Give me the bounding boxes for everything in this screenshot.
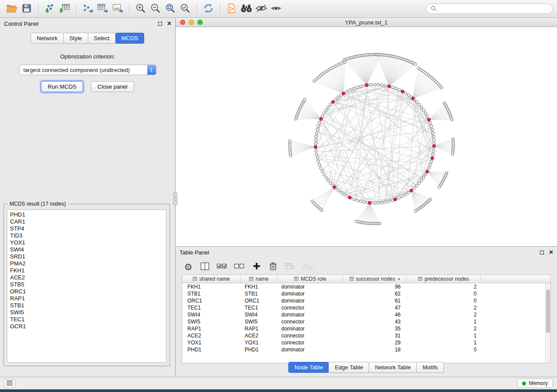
apply-layout-button[interactable] <box>201 1 216 16</box>
tab-style[interactable]: Style <box>63 33 88 44</box>
search-input[interactable] <box>439 6 548 12</box>
graph-node[interactable] <box>356 199 358 202</box>
tab-network-table[interactable]: Network Table <box>369 362 417 373</box>
graph-node[interactable] <box>323 173 325 176</box>
table-row[interactable]: ORC1ORC1dominator610 <box>182 297 545 304</box>
graph-node[interactable] <box>420 106 423 109</box>
graph-node[interactable] <box>288 140 291 142</box>
status-menu-button[interactable] <box>4 379 15 388</box>
graph-node[interactable] <box>359 85 362 88</box>
share-document-button[interactable] <box>224 1 239 16</box>
graph-node[interactable] <box>317 160 319 163</box>
graph-node[interactable] <box>356 86 358 89</box>
tab-edge-table[interactable]: Edge Table <box>329 362 369 373</box>
graph-node[interactable] <box>346 90 349 93</box>
graph-node[interactable] <box>374 83 376 86</box>
delete-column-button[interactable] <box>268 261 278 272</box>
graph-node[interactable] <box>398 196 401 199</box>
graph-node[interactable] <box>418 103 420 106</box>
float-table-panel-icon[interactable] <box>540 251 544 254</box>
graph-node[interactable] <box>315 153 318 156</box>
graph-node[interactable] <box>377 83 380 86</box>
optimization-criterion-select[interactable]: largest connected component (undirected)… <box>19 65 156 75</box>
graph-hub-node[interactable] <box>333 186 336 189</box>
close-table-panel-icon[interactable]: × <box>549 249 553 256</box>
graph-hub-node[interactable] <box>342 92 345 95</box>
splitter-handle[interactable] <box>173 193 177 205</box>
table-row[interactable]: RAP1RAP1dominator352 <box>182 325 545 332</box>
hide-selected-button[interactable] <box>254 1 269 16</box>
import-network-button[interactable] <box>42 1 57 16</box>
graph-node[interactable] <box>430 160 432 163</box>
table-scrollbar[interactable] <box>545 283 550 363</box>
graph-node[interactable] <box>430 125 432 127</box>
graph-node[interactable] <box>353 87 355 89</box>
mcds-result-item[interactable]: PHD1 <box>7 211 166 218</box>
graph-hub-node[interactable] <box>368 201 371 204</box>
graph-node[interactable] <box>353 198 355 200</box>
graph-node[interactable] <box>414 210 416 212</box>
graph-node[interactable] <box>327 106 329 109</box>
mcds-result-item[interactable]: GCR1 <box>7 323 166 330</box>
zoom-fit-button[interactable] <box>163 1 178 16</box>
graph-hub-node[interactable] <box>410 189 413 192</box>
table-row[interactable]: TEC1TEC1connector472 <box>182 304 545 311</box>
mcds-result-item[interactable]: CAR1 <box>7 218 166 225</box>
mcds-result-item[interactable]: PMA2 <box>7 260 166 267</box>
mcds-result-item[interactable]: TID3 <box>7 232 166 239</box>
window-zoom-light[interactable] <box>197 20 203 25</box>
export-table-button[interactable] <box>95 1 110 16</box>
graph-node[interactable] <box>318 121 321 124</box>
graph-node[interactable] <box>407 191 410 194</box>
graph-node[interactable] <box>314 139 317 141</box>
graph-node[interactable] <box>325 176 327 179</box>
open-session-button[interactable] <box>4 1 19 16</box>
graph-hub-node[interactable] <box>314 145 317 148</box>
mcds-result-item[interactable]: TEC1 <box>7 316 166 323</box>
add-column-button[interactable] <box>252 261 261 272</box>
graph-hub-node[interactable] <box>365 84 368 87</box>
graph-node[interactable] <box>329 103 332 106</box>
search-network-button[interactable] <box>239 1 254 16</box>
column-header-mcds-role[interactable]: MCDS role <box>277 275 343 283</box>
graph-node[interactable] <box>337 189 339 192</box>
graph-hub-node[interactable] <box>348 196 351 199</box>
graph-hub-node[interactable] <box>427 118 430 121</box>
mcds-result-item[interactable]: SWI4 <box>7 246 166 253</box>
graph-hub-node[interactable] <box>319 117 322 120</box>
graph-node[interactable] <box>314 142 317 145</box>
graph-node[interactable] <box>381 201 383 204</box>
graph-node[interactable] <box>413 187 415 189</box>
export-image-button[interactable] <box>110 1 125 16</box>
column-header-successor-nodes[interactable]: successor nodes ▼ <box>343 275 407 283</box>
tab-network[interactable]: Network <box>31 33 64 44</box>
table-row[interactable]: STB1STB1dominator620 <box>182 290 545 297</box>
graph-node[interactable] <box>384 84 387 87</box>
graph-node[interactable] <box>315 135 317 138</box>
graph-node[interactable] <box>319 167 322 169</box>
graph-node[interactable] <box>429 121 432 124</box>
mcds-result-item[interactable]: STP4 <box>7 225 166 232</box>
graph-node[interactable] <box>343 193 346 196</box>
graph-node[interactable] <box>323 112 325 114</box>
graph-node[interactable] <box>387 200 390 203</box>
global-search[interactable] <box>426 3 553 14</box>
mcds-result-item[interactable]: ACE2 <box>7 274 166 281</box>
graph-hub-node[interactable] <box>387 85 391 88</box>
graph-node[interactable] <box>377 202 380 204</box>
mcds-result-item[interactable]: STB1 <box>7 302 166 309</box>
graph-node[interactable] <box>337 96 339 98</box>
mcds-result-item[interactable]: SWI5 <box>7 309 166 316</box>
graph-node[interactable] <box>318 163 321 166</box>
mcds-result-item[interactable]: RAP1 <box>7 295 166 302</box>
table-scrollbar-thumb[interactable] <box>546 289 550 333</box>
window-minimize-light[interactable] <box>189 20 194 25</box>
graph-node[interactable] <box>315 132 318 134</box>
tab-mcds[interactable]: MCDS <box>115 33 144 44</box>
import-table-button[interactable] <box>57 1 72 16</box>
graph-node[interactable] <box>422 109 425 111</box>
network-canvas[interactable] <box>176 27 557 246</box>
graph-node[interactable] <box>394 87 397 89</box>
tab-select[interactable]: Select <box>88 33 116 44</box>
graph-node[interactable] <box>431 128 434 131</box>
